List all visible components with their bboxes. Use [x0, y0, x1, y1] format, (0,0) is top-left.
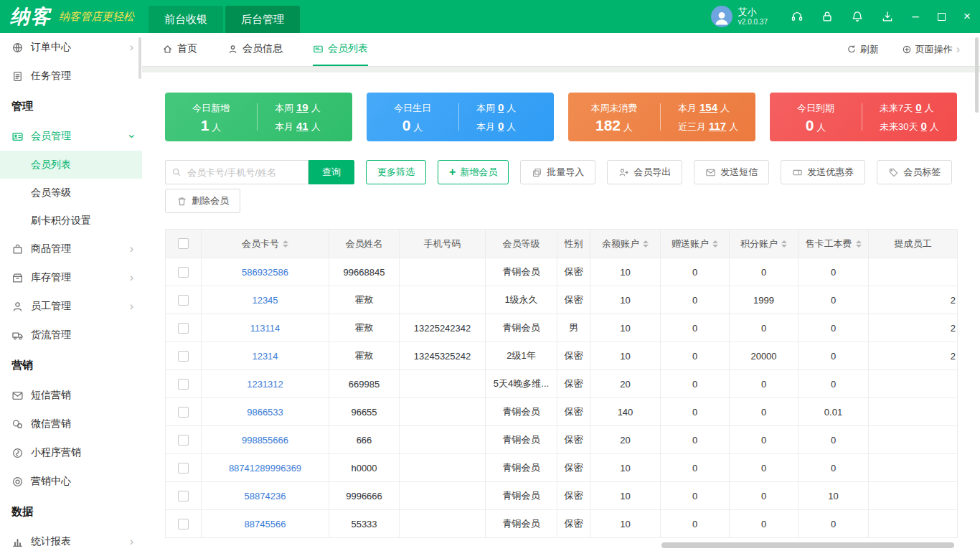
header-nav-tab-1[interactable]: 后台管理 — [225, 6, 300, 33]
member-card-link[interactable]: 12345 — [202, 286, 329, 314]
select-all-checkbox[interactable] — [178, 238, 189, 249]
member-card-link[interactable]: 88741289996369 — [202, 454, 329, 482]
sort-icon[interactable] — [283, 240, 288, 248]
table-column-header-5[interactable]: 余额账户 — [590, 230, 661, 258]
sidebar-item-13[interactable]: 微信营销 — [0, 410, 142, 438]
row-checkbox[interactable] — [178, 351, 189, 362]
lock-icon[interactable] — [812, 0, 842, 33]
row-checkbox[interactable] — [178, 435, 189, 446]
sidebar-subitem-4[interactable]: 会员列表 — [0, 151, 142, 179]
button-label: 发送优惠券 — [807, 166, 854, 179]
column-label: 积分账户 — [740, 238, 778, 249]
table-column-header-7[interactable]: 积分账户 — [730, 230, 798, 258]
row-checkbox[interactable] — [178, 295, 189, 306]
row-checkbox[interactable] — [178, 379, 189, 390]
header-nav-tab-0[interactable]: 前台收银 — [149, 6, 223, 33]
stat-card-subrow: 本月154人 — [678, 101, 755, 115]
content-tab-1[interactable]: 会员信息 — [227, 33, 283, 66]
sidebar-item-label: 员工管理 — [31, 300, 130, 313]
bell-icon[interactable] — [842, 0, 872, 33]
search-icon — [171, 167, 182, 177]
stat-card-link[interactable]: 41 — [296, 120, 308, 132]
table-column-header-6[interactable]: 赠送账户 — [661, 230, 730, 258]
sidebar-item-7[interactable]: 商品管理› — [0, 235, 142, 263]
sidebar-item-3[interactable]: 会员管理› — [0, 122, 142, 151]
cell-gender: 保密 — [557, 286, 590, 314]
more-filters-button[interactable]: 更多筛选 — [366, 160, 426, 184]
sidebar-subitem-5[interactable]: 会员等级 — [0, 179, 142, 207]
member-card-link[interactable]: 113114 — [202, 314, 329, 342]
stat-card-link[interactable]: 154 — [699, 101, 717, 113]
page-actions-button[interactable]: 页面操作 › — [902, 43, 960, 56]
main-area: 首页会员信息会员列表 刷新 页面操作 › 今日新增1人本周19人本月41人今日生… — [142, 33, 980, 551]
send-coupon-button[interactable]: 发送优惠券 — [781, 160, 865, 184]
stat-card-link[interactable]: 0 — [498, 101, 504, 113]
sidebar: 订单中心›任务管理管理会员管理›会员列表会员等级刷卡积分设置商品管理›库存管理›… — [0, 33, 142, 551]
sidebar-item-10[interactable]: 货流管理 — [0, 321, 142, 349]
table-column-header-0[interactable]: 会员卡号 — [202, 230, 329, 258]
member-card-link[interactable]: 12314 — [202, 342, 329, 370]
send-sms-button[interactable]: 发送短信 — [694, 160, 769, 184]
stat-card-link[interactable]: 0 — [498, 120, 504, 132]
sidebar-item-label: 货流管理 — [31, 329, 133, 342]
sidebar-item-1[interactable]: 任务管理 — [0, 62, 142, 90]
row-checkbox[interactable] — [178, 267, 189, 278]
row-checkbox[interactable] — [178, 463, 189, 474]
member-card-link[interactable]: 88745566 — [202, 510, 329, 538]
row-checkbox[interactable] — [178, 407, 189, 418]
table-column-header-8[interactable]: 售卡工本费 — [798, 230, 869, 258]
sidebar-item-15[interactable]: 营销中心 — [0, 467, 142, 496]
download-icon[interactable] — [872, 0, 903, 33]
button-label: 发送短信 — [720, 166, 758, 179]
avatar[interactable] — [711, 6, 732, 27]
table-row: 113114霍敖13225242342青铜会员男100002 — [166, 314, 958, 342]
sidebar-item-8[interactable]: 库存管理› — [0, 263, 142, 292]
cell-balance: 10 — [590, 342, 661, 370]
batch-import-button[interactable]: 批量导入 — [520, 160, 595, 184]
cell-name: h0000 — [329, 454, 400, 482]
sort-icon[interactable] — [856, 240, 862, 248]
member-card-link[interactable]: 9866533 — [202, 398, 329, 426]
search-input[interactable] — [165, 160, 308, 184]
vertical-scrollbar[interactable] — [975, 37, 979, 113]
stat-card-link[interactable]: 117 — [709, 120, 726, 132]
sort-icon[interactable] — [712, 240, 718, 248]
content-panel: 今日新增1人本周19人本月41人今日生日0人本周0人本月0人本周未消费182人本… — [142, 72, 980, 551]
row-checkbox[interactable] — [178, 519, 189, 529]
close-button[interactable]: × — [954, 0, 980, 33]
sidebar-scrollbar[interactable] — [138, 37, 141, 79]
sidebar-item-17[interactable]: 统计报表› — [0, 527, 142, 551]
sort-icon[interactable] — [781, 240, 787, 248]
sidebar-item-9[interactable]: 员工管理› — [0, 292, 142, 321]
member-card-link[interactable]: 1231312 — [202, 370, 329, 398]
service-icon[interactable] — [782, 0, 812, 33]
row-checkbox[interactable] — [178, 491, 189, 501]
stat-card-link[interactable]: 0 — [915, 101, 921, 113]
refresh-button[interactable]: 刷新 — [847, 43, 879, 56]
member-card-link[interactable]: 998855666 — [202, 426, 329, 454]
sidebar-item-14[interactable]: 小程序营销 — [0, 438, 142, 467]
stat-card-link[interactable]: 19 — [296, 101, 308, 113]
sidebar-item-12[interactable]: 短信营销 — [0, 381, 142, 410]
search-button[interactable]: 查询 — [308, 160, 354, 184]
member-export-button[interactable]: 会员导出 — [607, 160, 682, 184]
member-tag-button[interactable]: 会员标签 — [877, 160, 952, 184]
sidebar-item-0[interactable]: 订单中心› — [0, 33, 142, 62]
member-card-link[interactable]: 58874236 — [202, 482, 329, 510]
content-tab-0[interactable]: 首页 — [162, 33, 197, 66]
horizontal-scrollbar[interactable] — [661, 542, 954, 548]
member-table-wrap: 会员卡号会员姓名手机号码会员等级性别余额账户赠送账户积分账户售卡工本费提成员工 … — [165, 229, 957, 538]
content-tab-2[interactable]: 会员列表 — [313, 33, 368, 66]
row-checkbox[interactable] — [178, 323, 189, 334]
sort-icon[interactable] — [643, 240, 649, 248]
delete-member-button[interactable]: 删除会员 — [165, 189, 240, 213]
maximize-button[interactable] — [928, 0, 954, 33]
cell-points: 1999 — [730, 286, 798, 314]
sidebar-item-label: 库存管理 — [31, 271, 130, 284]
stat-card-link[interactable]: 0 — [920, 120, 926, 132]
add-member-button[interactable]: +新增会员 — [438, 160, 509, 184]
member-card-link[interactable]: 586932586 — [202, 258, 329, 286]
minimize-button[interactable]: – — [903, 0, 928, 33]
sidebar-subitem-6[interactable]: 刷卡积分设置 — [0, 207, 142, 235]
cell-gender: 保密 — [557, 454, 590, 482]
